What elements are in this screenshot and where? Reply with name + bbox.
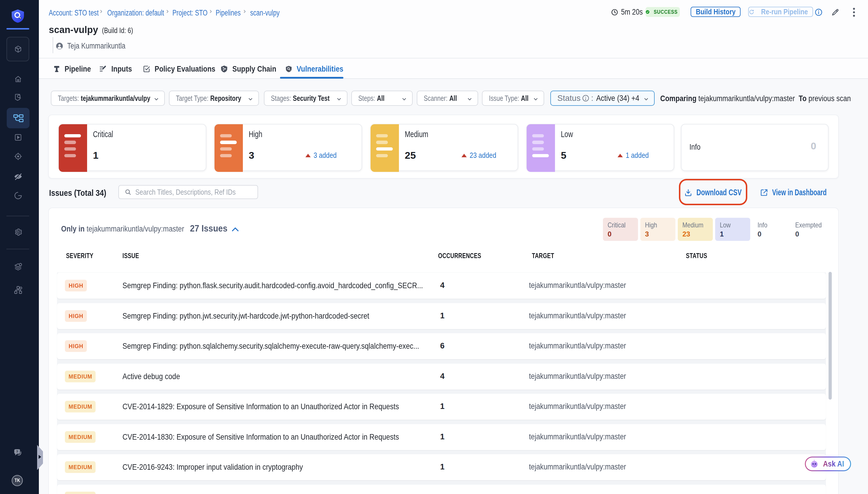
svg-text:?: ? [16,450,18,453]
